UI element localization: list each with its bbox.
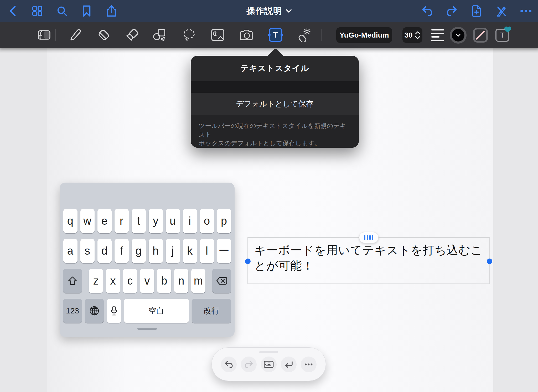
text-tool-button[interactable]: T [269,28,282,42]
return-key[interactable]: 改行 [192,299,231,323]
back-chevron-icon [9,5,17,17]
key-t[interactable]: t [132,209,146,233]
key-f[interactable]: f [115,239,129,263]
key-b[interactable]: b [157,269,171,293]
share-icon [106,5,116,17]
floating-toolbar-buttons [212,357,326,372]
search-button[interactable] [56,5,68,17]
key-r[interactable]: r [115,209,129,233]
textbox-resize-handle-right[interactable] [487,259,492,264]
keyboard-home-indicator[interactable] [137,328,157,330]
floating-toolbar-drag-handle[interactable] [259,351,278,353]
keyboard-row-4: 123 空白 改行 [63,299,231,323]
mini-keyboard-button[interactable] [261,357,277,372]
camera-tool-button[interactable] [240,27,253,43]
keyboard-letter-group: z x c v b n m [89,269,205,293]
saved-text-style-button[interactable]: T [495,29,509,42]
image-tool-button[interactable] [211,27,225,43]
numbers-key[interactable]: 123 [63,299,82,323]
more-ellipsis-icon [305,363,313,365]
key-z[interactable]: z [89,269,103,293]
dictation-key[interactable] [107,299,121,323]
redo-button[interactable] [446,5,458,17]
key-n[interactable]: n [174,269,188,293]
text-box[interactable]: キーボードを用いてテキストを打ち込むことが可能！ [247,237,490,284]
font-size-value: 30 [404,31,412,39]
tool-bar: T YuGo-Medium 30 [0,22,538,48]
text-color-button[interactable] [450,27,467,44]
popover-description: ツールバーの現在のテキストスタイルを新規のテキスト ボックスのデフォルトとして保… [191,115,359,148]
toolbar-divider [321,29,322,41]
globe-key[interactable] [85,299,104,323]
key-long-vowel[interactable]: ー [217,239,231,263]
highlighter-tool-button[interactable] [125,27,139,43]
key-y[interactable]: y [149,209,163,233]
add-page-button[interactable] [471,5,482,17]
stepper-chevrons-icon [415,31,421,40]
font-size-stepper[interactable]: 30 [402,27,422,43]
page-thumbnails-button[interactable] [32,5,43,17]
disable-drawing-button[interactable] [495,5,507,17]
pen-icon [68,28,81,42]
text-align-button[interactable] [431,29,444,41]
key-e[interactable]: e [97,209,112,233]
save-as-default-button[interactable]: デフォルトとして保存 [191,93,359,115]
key-k[interactable]: k [183,239,197,263]
popover-title: テキストスタイル [191,56,359,81]
key-c[interactable]: c [123,269,137,293]
key-q[interactable]: q [63,209,77,233]
navbar-left-group [7,0,117,22]
textbox-drag-handle[interactable] [359,232,379,243]
onscreen-keyboard: q w e r t y u i o p a s d f g h j k l ー [60,183,235,337]
eraser-tool-button[interactable] [97,27,111,43]
undo-button[interactable] [421,5,433,17]
key-h[interactable]: h [149,239,163,263]
key-a[interactable]: a [63,239,77,263]
share-button[interactable] [106,5,117,17]
mini-more-button[interactable] [301,357,317,372]
toolcase-button[interactable] [37,27,51,43]
mini-return-button[interactable] [281,357,297,372]
key-s[interactable]: s [80,239,95,263]
back-button[interactable] [7,5,18,17]
key-d[interactable]: d [97,239,112,263]
key-w[interactable]: w [80,209,95,233]
mini-undo-button[interactable] [221,357,237,372]
space-key[interactable]: 空白 [124,299,189,323]
key-m[interactable]: m [191,269,205,293]
align-line [431,33,444,34]
floating-toolbar[interactable] [211,347,326,381]
key-u[interactable]: u [166,209,180,233]
image-icon [211,29,225,41]
textbox-resize-handle-left[interactable] [245,259,251,264]
backspace-key[interactable] [212,269,231,293]
laser-pointer-icon [297,28,311,42]
add-page-icon [472,5,481,17]
shapes-tool-button[interactable] [153,27,166,43]
app-window: 操作説明 [0,0,538,392]
pen-tool-button[interactable] [68,27,82,43]
align-line [431,40,444,41]
popover-separator [191,81,359,93]
mini-redo-button[interactable] [241,357,257,372]
shift-key[interactable] [63,269,82,293]
key-j[interactable]: j [166,239,180,263]
key-v[interactable]: v [140,269,154,293]
bookmark-button[interactable] [81,5,92,17]
lasso-tool-button[interactable] [182,27,196,43]
pen-disabled-icon [496,6,507,17]
drag-bar [369,235,371,240]
text-background-button[interactable] [473,28,488,43]
key-l[interactable]: l [200,239,214,263]
key-p[interactable]: p [217,209,231,233]
popover-description-line1: ツールバーの現在のテキストスタイルを新規のテキスト [199,121,351,139]
laser-pointer-tool-button[interactable] [297,27,311,43]
key-i[interactable]: i [183,209,197,233]
key-g[interactable]: g [132,239,146,263]
more-button[interactable] [520,5,532,17]
grid-icon [32,6,43,16]
font-name-button[interactable]: YuGo-Medium [336,27,392,43]
key-x[interactable]: x [106,269,120,293]
textbox-text[interactable]: キーボードを用いてテキストを打ち込むことが可能！ [248,238,489,278]
key-o[interactable]: o [200,209,214,233]
